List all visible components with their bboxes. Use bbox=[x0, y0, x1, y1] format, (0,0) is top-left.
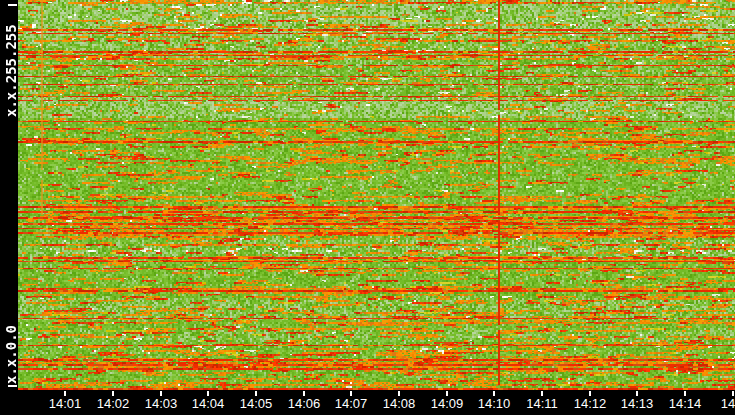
time-tick-label: 14:07 bbox=[335, 396, 368, 411]
time-tick-label: 14:01 bbox=[49, 396, 82, 411]
time-tick-label: 14:02 bbox=[97, 396, 130, 411]
y-axis: x.x.255.255 x.x.0.0 bbox=[0, 0, 18, 390]
time-tick-label: 14 bbox=[721, 396, 735, 411]
y-axis-bottom-tick bbox=[8, 385, 17, 387]
time-axis: 14:0114:0214:0314:0414:0514:0614:0714:08… bbox=[0, 390, 735, 415]
y-axis-top-tick bbox=[8, 4, 17, 6]
time-tick-label: 14:04 bbox=[192, 396, 225, 411]
time-tick-label: 14:06 bbox=[288, 396, 321, 411]
time-tick-label: 14:08 bbox=[383, 396, 416, 411]
y-axis-min-label: x.x.0.0 bbox=[3, 325, 19, 384]
time-tick-label: 14:03 bbox=[145, 396, 178, 411]
time-tick-label: 14:09 bbox=[431, 396, 464, 411]
time-tick-label: 14:14 bbox=[669, 396, 702, 411]
time-tick-label: 14:12 bbox=[574, 396, 607, 411]
time-tick-label: 14:13 bbox=[621, 396, 654, 411]
time-tick-label: 14:05 bbox=[240, 396, 273, 411]
time-tick-label: 14:11 bbox=[526, 396, 558, 411]
traffic-heatmap bbox=[18, 0, 735, 390]
time-tick-label: 14:10 bbox=[478, 396, 511, 411]
network-traffic-heatmap-app: x.x.255.255 x.x.0.0 14:0114:0214:0314:04… bbox=[0, 0, 735, 415]
y-axis-max-label: x.x.255.255 bbox=[3, 24, 19, 117]
